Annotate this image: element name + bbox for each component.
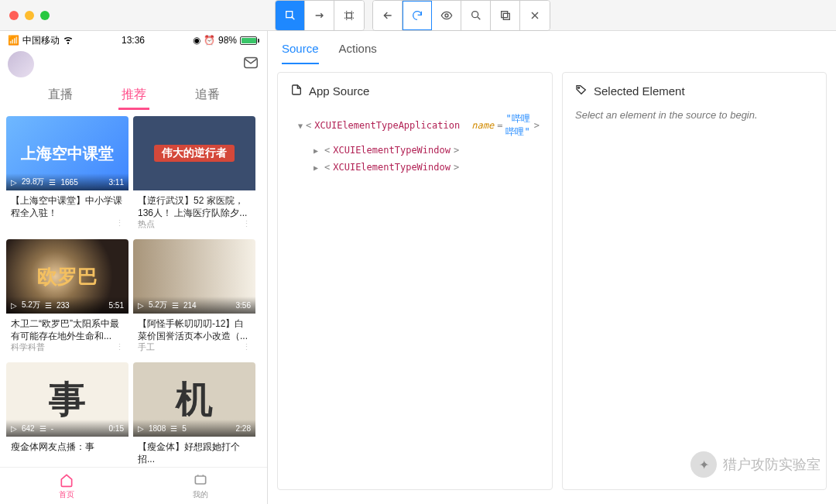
battery-percent: 98% [218, 35, 237, 46]
video-card[interactable]: ▷5.2万☰2143:56 【阿怪手帐叨叨叨-12】白菜价国誉活页本小改造（..… [133, 239, 255, 358]
inspector-pane: Source Actions App Source ▼<XCUIElementT… [268, 31, 836, 504]
window-controls [9, 11, 50, 20]
selected-hint: Select an element in the source to begin… [575, 109, 814, 121]
app-source-panel: App Source ▼<XCUIElementTypeApplication … [277, 72, 553, 490]
svg-point-8 [578, 87, 580, 88]
inspector-tabs: Source Actions [277, 31, 827, 64]
toolbar [275, 0, 558, 31]
tree-node-root[interactable]: ▼<XCUIElementTypeApplication name="哔哩哔哩"… [290, 109, 540, 142]
nav-home[interactable]: 首页 [59, 472, 74, 500]
watermark: ✦ 猎户攻防实验室 [690, 451, 821, 478]
tab-actions[interactable]: Actions [339, 42, 377, 64]
svg-point-3 [471, 12, 478, 18]
more-icon[interactable]: ⋮ [242, 219, 251, 229]
source-tree[interactable]: ▼<XCUIElementTypeApplication name="哔哩哔哩"… [290, 109, 540, 176]
file-icon [290, 84, 303, 98]
video-card[interactable]: 事 ▷642☰-0:15 瘦金体网友点播：事 [6, 362, 128, 465]
bottom-nav: 首页 我的 [0, 467, 267, 504]
tree-node[interactable]: ▶<XCUIElementTypeWindow> [290, 142, 540, 159]
avatar[interactable] [8, 51, 34, 77]
main-area: 📶 中国移动 13:36 ◉ ⏰ 98% 直播 推荐 追番 [0, 31, 836, 504]
content-tabs: 直播 推荐 追番 [0, 82, 267, 110]
more-icon[interactable]: ⋮ [115, 218, 124, 228]
svg-rect-1 [347, 13, 352, 19]
app-source-heading: App Source [309, 84, 369, 98]
status-bar: 📶 中国移动 13:36 ◉ ⏰ 98% [0, 31, 267, 46]
selected-element-panel: Selected Element Select an element in th… [562, 72, 827, 490]
back-button[interactable] [373, 1, 403, 30]
tag-icon [575, 84, 588, 98]
location-icon: ◉ [193, 35, 200, 46]
tree-node[interactable]: ▶<XCUIElementTypeWindow> [290, 159, 540, 176]
swipe-button[interactable] [305, 1, 334, 30]
wechat-icon: ✦ [690, 451, 717, 478]
selected-element-heading: Selected Element [594, 84, 685, 98]
tab-source[interactable]: Source [282, 42, 319, 64]
close-window-button[interactable] [9, 11, 19, 20]
clock-label: 13:36 [122, 35, 145, 46]
nav-mine[interactable]: 我的 [193, 472, 208, 500]
svg-rect-5 [501, 12, 507, 18]
eye-icon-button[interactable] [432, 1, 461, 30]
mail-icon[interactable] [242, 54, 259, 74]
wifi-icon [63, 34, 74, 47]
tab-live[interactable]: 直播 [45, 82, 76, 110]
carrier-label: 中国移动 [22, 34, 60, 47]
svg-rect-4 [503, 13, 509, 19]
select-element-button[interactable] [276, 1, 305, 30]
signal-icon: 📶 [8, 35, 19, 46]
close-button[interactable] [520, 1, 550, 30]
titlebar [0, 0, 836, 31]
refresh-button[interactable] [403, 1, 432, 30]
tap-coords-button[interactable] [334, 1, 364, 30]
app-window: 📶 中国移动 13:36 ◉ ⏰ 98% 直播 推荐 追番 [0, 0, 836, 504]
copy-button[interactable] [491, 1, 520, 30]
more-icon[interactable]: ⋮ [115, 342, 124, 352]
video-card[interactable]: 机 ▷1808☰52:28 【瘦金体】好想跟她打个招... [133, 362, 255, 465]
battery-icon [240, 36, 259, 45]
search-button[interactable] [461, 1, 491, 30]
tab-follow[interactable]: 追番 [192, 82, 223, 110]
alarm-icon: ⏰ [204, 35, 215, 46]
zoom-window-button[interactable] [40, 11, 50, 20]
tab-recommend[interactable]: 推荐 [118, 82, 149, 110]
video-card[interactable]: 上海空中课堂 ▷29.8万☰16653:11 【上海空中课堂】中小学课程全入驻！… [6, 116, 128, 235]
minimize-window-button[interactable] [25, 11, 34, 20]
video-card[interactable]: 欧罗巴 ▷5.2万☰2335:51 木卫二“欧罗巴”太阳系中最有可能存在地外生命… [6, 239, 128, 358]
svg-rect-7 [195, 476, 205, 484]
device-preview: 📶 中国移动 13:36 ◉ ⏰ 98% 直播 推荐 追番 [0, 31, 268, 504]
svg-point-2 [445, 14, 448, 17]
more-icon[interactable]: ⋮ [242, 342, 251, 352]
video-grid[interactable]: 上海空中课堂 ▷29.8万☰16653:11 【上海空中课堂】中小学课程全入驻！… [0, 110, 267, 466]
header-row [0, 46, 267, 82]
video-card[interactable]: 伟大的逆行者 【逆行武汉】52 家医院，136人！ 上海医疗队除夕... 热点⋮ [133, 116, 255, 235]
